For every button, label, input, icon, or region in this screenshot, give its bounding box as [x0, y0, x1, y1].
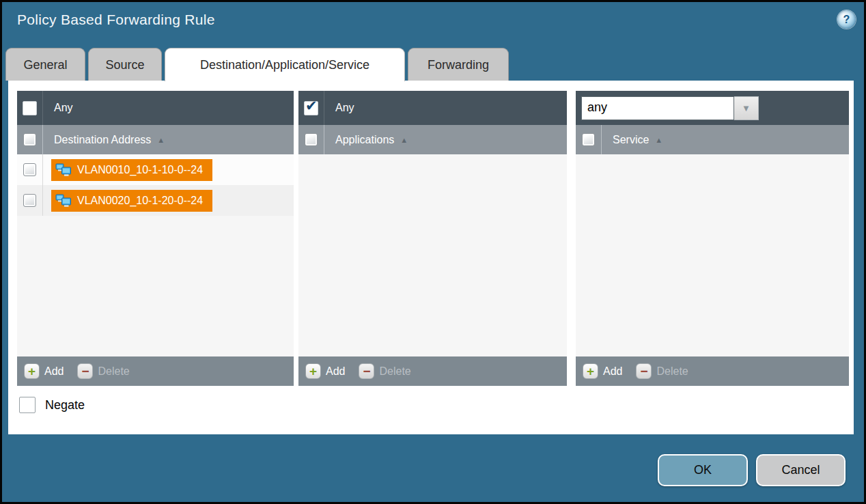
add-label: Add	[326, 365, 345, 378]
sort-ascending-icon[interactable]: ▲	[655, 136, 662, 144]
destination-any-label: Any	[54, 102, 73, 114]
delete-button[interactable]: − Delete	[77, 363, 129, 379]
applications-any-label: Any	[335, 102, 354, 114]
add-icon: +	[24, 363, 40, 379]
row-checkbox[interactable]	[23, 194, 36, 207]
row-checkbox[interactable]	[23, 163, 36, 176]
cancel-button[interactable]: Cancel	[756, 454, 846, 486]
table-row[interactable]: VLAN0020_10-1-20-0--24	[17, 185, 294, 216]
service-column: any ▼ Service ▲ + Add	[576, 91, 849, 386]
delete-label: Delete	[379, 365, 410, 378]
destination-header-row: Destination Address ▲	[17, 125, 294, 154]
help-icon[interactable]: ?	[837, 10, 856, 29]
table-row[interactable]: VLAN0010_10-1-10-0--24	[17, 154, 294, 185]
destination-column-header[interactable]: Destination Address	[54, 134, 151, 146]
tab-content-panel: Any Destination Address ▲	[8, 81, 854, 434]
row-checkbox-cell	[17, 154, 43, 185]
negate-checkbox[interactable]	[19, 397, 36, 413]
service-selectall-checkbox[interactable]	[582, 133, 595, 146]
delete-label: Delete	[656, 365, 688, 378]
destination-any-checkbox[interactable]	[23, 101, 37, 115]
delete-button[interactable]: − Delete	[636, 363, 688, 379]
add-button[interactable]: + Add	[24, 363, 64, 379]
applications-selectall-cell	[298, 125, 324, 154]
service-list	[576, 154, 849, 356]
applications-any-checkbox[interactable]: ✔	[304, 101, 318, 115]
checkmark-icon: ✔	[305, 98, 318, 114]
tab-bar: General Source Destination/Application/S…	[5, 48, 509, 81]
sort-ascending-icon[interactable]: ▲	[400, 136, 408, 144]
applications-selectall-checkbox[interactable]	[305, 133, 318, 146]
ok-button[interactable]: OK	[658, 454, 748, 486]
destination-selectall-cell	[17, 125, 43, 154]
dialog-title: Policy Based Forwarding Rule	[17, 12, 215, 28]
address-object-chip[interactable]: VLAN0020_10-1-20-0--24	[51, 190, 212, 212]
tab-general[interactable]: General	[5, 48, 85, 81]
add-button[interactable]: + Add	[305, 363, 345, 379]
network-computers-icon	[55, 163, 72, 177]
applications-column: ✔ Any Applications ▲ + Add −	[298, 91, 567, 386]
service-column-header[interactable]: Service	[613, 134, 649, 146]
add-label: Add	[44, 365, 64, 378]
service-dropdown[interactable]: any ▼	[581, 96, 759, 120]
applications-column-header[interactable]: Applications	[335, 134, 394, 146]
chevron-down-icon: ▼	[742, 103, 751, 113]
address-object-label: VLAN0010_10-1-10-0--24	[77, 164, 203, 176]
delete-icon: −	[359, 363, 374, 379]
add-icon: +	[583, 363, 598, 379]
delete-label: Delete	[98, 365, 129, 378]
delete-icon: −	[636, 363, 652, 379]
network-computers-icon	[55, 194, 72, 208]
applications-toolbar: + Add − Delete	[298, 356, 567, 386]
add-icon: +	[305, 363, 321, 379]
sort-ascending-icon[interactable]: ▲	[157, 136, 165, 144]
applications-header-row: Applications ▲	[298, 125, 567, 154]
delete-icon: −	[77, 363, 93, 379]
service-selectall-cell	[576, 125, 602, 154]
address-object-chip[interactable]: VLAN0010_10-1-10-0--24	[51, 159, 212, 181]
service-dropdown-bar: any ▼	[576, 91, 849, 125]
applications-any-cell: ✔	[298, 91, 324, 125]
applications-any-bar: ✔ Any	[298, 91, 567, 125]
destination-any-cell	[17, 91, 43, 125]
add-button[interactable]: + Add	[583, 363, 622, 379]
destination-list: VLAN0010_10-1-10-0--24	[17, 154, 294, 356]
destination-address-column: Any Destination Address ▲	[17, 91, 294, 386]
help-glyph: ?	[843, 14, 850, 26]
add-label: Add	[603, 365, 622, 378]
destination-toolbar: + Add − Delete	[17, 356, 294, 386]
delete-button[interactable]: − Delete	[359, 363, 410, 379]
tab-destination-application-service[interactable]: Destination/Application/Service	[165, 48, 405, 81]
service-dropdown-value[interactable]: any	[581, 96, 734, 120]
destination-selectall-checkbox[interactable]	[23, 133, 36, 146]
tab-source[interactable]: Source	[88, 48, 162, 81]
service-toolbar: + Add − Delete	[576, 356, 849, 386]
address-object-label: VLAN0020_10-1-20-0--24	[77, 195, 203, 207]
policy-based-forwarding-dialog: Policy Based Forwarding Rule ? General S…	[0, 0, 866, 504]
applications-list	[298, 154, 567, 356]
service-dropdown-button[interactable]: ▼	[734, 96, 759, 120]
service-header-row: Service ▲	[576, 125, 849, 154]
destination-any-bar: Any	[17, 91, 294, 125]
negate-label: Negate	[45, 398, 85, 412]
tab-forwarding[interactable]: Forwarding	[408, 48, 509, 81]
row-checkbox-cell	[17, 185, 43, 216]
negate-option: Negate	[19, 397, 85, 413]
